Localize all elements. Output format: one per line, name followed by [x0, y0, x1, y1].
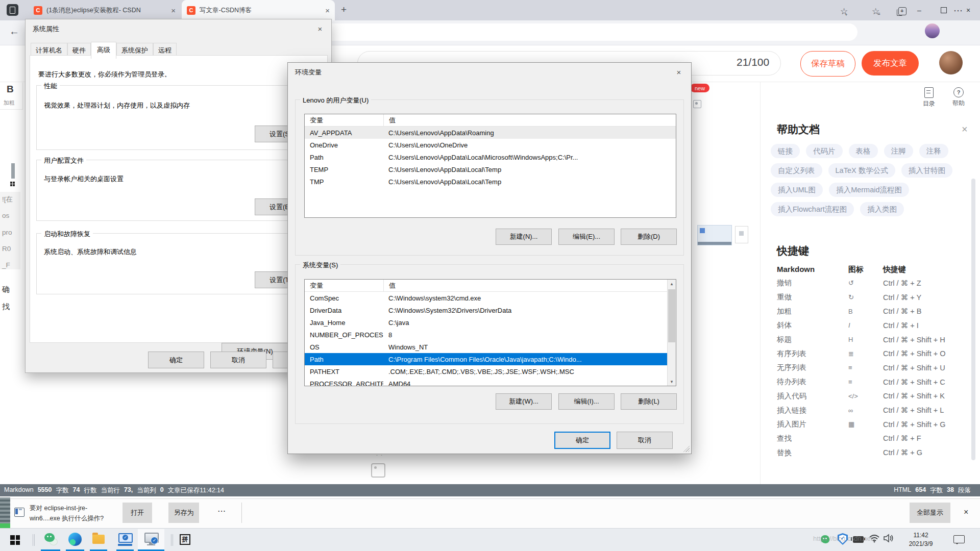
help-tag[interactable]: 注释	[919, 144, 948, 158]
input-method-indicator[interactable]: 拼	[180, 534, 190, 545]
var-row[interactable]: OSWindows_NT	[305, 341, 667, 353]
time: 11:42	[899, 531, 942, 540]
var-row[interactable]: NUMBER_OF_PROCESSORS8	[305, 329, 667, 341]
wechat-icon[interactable]	[44, 533, 58, 545]
show-all-downloads-button[interactable]: 全部显示	[910, 503, 950, 523]
resize-grip[interactable]	[683, 445, 690, 452]
browser-profile-avatar[interactable]	[925, 23, 940, 38]
new-sys-var-button[interactable]: 新建(W)...	[496, 393, 552, 410]
help-button[interactable]: ? 帮助	[948, 87, 969, 108]
window-maximize-button[interactable]	[932, 0, 955, 20]
var-row[interactable]: DriverDataC:\Windows\System32\Drivers\Dr…	[305, 304, 667, 316]
tab-close-icon[interactable]: ×	[325, 6, 330, 15]
dialog-close-icon[interactable]: ×	[313, 22, 327, 35]
var-row[interactable]: PATHEXT.COM;.EXE;.BAT;.CMD;.VBS;.VBE;.JS…	[305, 365, 667, 378]
var-row[interactable]: Java_HomeC:\java	[305, 316, 667, 329]
cancel-button[interactable]: 取消	[210, 352, 266, 368]
user-avatar[interactable]	[939, 51, 963, 74]
help-tag[interactable]: 插入Flowchart流程图	[771, 202, 854, 216]
browser-tab-eclipse[interactable]: C (1条消息)eclipse安装教程- CSDN ×	[29, 0, 181, 20]
edit-sys-var-button[interactable]: 编辑(I)...	[558, 393, 615, 410]
help-tag[interactable]: 插入类图	[860, 202, 904, 216]
scroll-down-icon[interactable]: ▾	[668, 378, 676, 386]
new-tab-button[interactable]: +	[341, 4, 347, 15]
shortcuts-header: Markdown图标快捷键	[777, 265, 971, 274]
open-button[interactable]: 打开	[122, 503, 152, 523]
collections-icon[interactable]: +	[898, 7, 906, 15]
var-row[interactable]: TEMPC:\Users\Lenovo\AppData\Local\Temp	[305, 163, 676, 176]
col-variable[interactable]: 变量	[305, 114, 384, 126]
var-row[interactable]: AV_APPDATAC:\Users\Lenovo\AppData\Roamin…	[305, 127, 676, 139]
var-row[interactable]: ComSpecC:\Windows\system32\cmd.exe	[305, 292, 667, 304]
bold-button[interactable]: B	[7, 84, 14, 95]
browser-tab-write-article[interactable]: C 写文章-CSDN博客 ×	[182, 0, 335, 20]
toolbar-fragment-icon[interactable]	[693, 100, 701, 108]
redo-icon: ↻	[848, 293, 883, 301]
col-variable[interactable]: 变量	[305, 280, 384, 291]
shortcut-keys: Ctrl / ⌘ + G	[883, 448, 971, 457]
help-tag[interactable]: 插入甘特图	[901, 163, 953, 178]
help-tag[interactable]: 插入UML图	[771, 183, 823, 197]
cancel-button[interactable]: 取消	[617, 432, 673, 449]
image-placeholder-icon	[371, 463, 385, 478]
scroll-up-icon[interactable]: ▴	[668, 280, 676, 288]
download-bar-close-icon[interactable]: ×	[964, 508, 968, 517]
help-tag[interactable]: 表格	[849, 144, 878, 158]
var-row[interactable]: PROCESSOR_ARCHITECTUREAMD64	[305, 378, 667, 386]
battery-icon[interactable]	[853, 536, 864, 543]
ok-button[interactable]: 确定	[148, 352, 204, 368]
help-tag[interactable]: 代码片	[806, 144, 843, 158]
start-button[interactable]	[10, 535, 20, 545]
sys-vars-table: 变量值ComSpecC:\Windows\system32\cmd.exeDri…	[305, 280, 667, 386]
edge-icon[interactable]	[68, 533, 82, 546]
favorites-icon[interactable]: ☆≡	[872, 6, 882, 17]
col-value[interactable]: 值	[384, 281, 667, 290]
ok-button[interactable]: 确定	[554, 432, 610, 449]
toc-button[interactable]: 目录	[919, 87, 939, 108]
help-panel-close-icon[interactable]: ×	[962, 123, 968, 135]
taskbar-clock[interactable]: 11:42 2021/3/9	[899, 531, 942, 548]
dialog-close-icon[interactable]: ×	[672, 66, 686, 78]
shortcut-rows: 撤销↺Ctrl / ⌘ + Z重做↻Ctrl / ⌘ + Y加粗BCtrl / …	[777, 276, 971, 460]
help-tag[interactable]: LaTeX 数学公式	[828, 163, 895, 178]
help-tag[interactable]: 注脚	[884, 144, 913, 158]
scrollbar[interactable]: ▴ ▾	[667, 280, 676, 386]
delete-user-var-button[interactable]: 删除(D)	[621, 229, 677, 245]
window-minimize-button[interactable]: –	[908, 0, 931, 20]
edit-user-var-button[interactable]: 编辑(E)...	[558, 229, 615, 245]
bold-tool-popup[interactable]: B 加粗	[0, 83, 23, 110]
back-icon[interactable]: ←	[9, 26, 19, 37]
sidebar-scrollbar[interactable]	[971, 179, 975, 460]
add-favorite-icon[interactable]: ☆+	[840, 6, 851, 17]
delete-sys-var-button[interactable]: 删除(L)	[621, 393, 677, 410]
publish-button[interactable]: 发布文章	[862, 51, 919, 76]
var-name: OneDrive	[305, 141, 383, 149]
scrollbar-thumb[interactable]	[668, 289, 675, 342]
new-user-var-button[interactable]: 新建(N)...	[496, 229, 552, 245]
text-fragment: os	[2, 212, 9, 219]
browser-menu-icon[interactable]: ⋯	[953, 5, 963, 16]
file-explorer-icon[interactable]	[92, 535, 105, 544]
var-row[interactable]: OneDriveC:\Users\Lenovo\OneDrive	[305, 139, 676, 151]
more-options-icon[interactable]: ⋯	[217, 506, 226, 516]
var-row[interactable]: PathC:\Users\Lenovo\AppData\Local\Micros…	[305, 151, 676, 163]
help-tag[interactable]: 链接	[771, 144, 800, 158]
tab-close-icon[interactable]: ×	[171, 6, 176, 15]
system-icon[interactable]: ✓	[144, 533, 158, 547]
help-tag[interactable]: 插入Mermaid流程图	[829, 183, 909, 197]
tab-advanced[interactable]: 高级	[91, 42, 116, 59]
save-draft-button[interactable]: 保存草稿	[800, 51, 855, 77]
pc-manager-icon[interactable]: ✓	[118, 533, 132, 546]
tray-security-icon[interactable]: ✓	[838, 533, 848, 545]
action-center-icon[interactable]	[953, 535, 965, 543]
help-label: 帮助	[948, 99, 969, 108]
tray-wechat-icon[interactable]	[821, 535, 829, 543]
volume-icon[interactable]	[883, 534, 894, 543]
col-value[interactable]: 值	[384, 116, 676, 125]
var-row[interactable]: PathC:\Program Files\Common Files\Oracle…	[305, 353, 667, 365]
tab-actions-icon[interactable]	[7, 4, 18, 16]
var-row[interactable]: TMPC:\Users\Lenovo\AppData\Local\Temp	[305, 176, 676, 188]
save-as-button[interactable]: 另存为	[168, 503, 199, 523]
help-tag[interactable]: 自定义列表	[771, 163, 822, 178]
wifi-icon[interactable]	[869, 534, 880, 543]
